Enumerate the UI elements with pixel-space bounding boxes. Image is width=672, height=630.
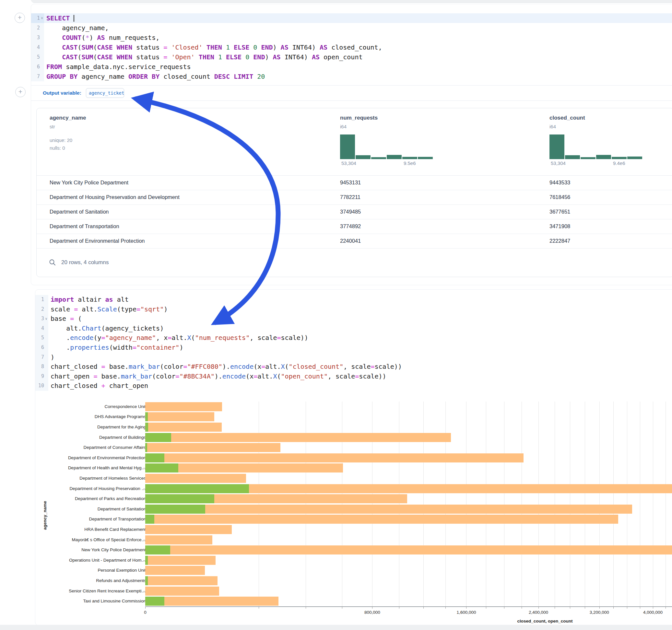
code-text: GROUP BY agency_name ORDER BY closed_cou… (44, 72, 265, 81)
x-axis-tick (627, 607, 627, 609)
code-line[interactable]: 5 CAST(SUM(CASE WHEN status = 'Open' THE… (31, 52, 672, 62)
grid-line (627, 402, 627, 606)
bar-open-count (145, 576, 148, 585)
x-axis-label: 800,000 (364, 610, 380, 615)
code-text: CAST(SUM(CASE WHEN status = 'Closed' THE… (44, 43, 382, 52)
search-icon[interactable] (49, 259, 56, 266)
y-axis-label: New York City Police Department (81, 547, 146, 552)
x-axis-tick (446, 607, 446, 609)
table-cell: Department of Housing Preservation and D… (50, 190, 179, 204)
code-text: alt.Chart(agency_tickets) (48, 324, 164, 334)
fold-chevron-icon[interactable]: ∨ (44, 314, 48, 324)
table-row: Department of Transportation377489234719… (37, 219, 672, 234)
table-row: New York City Police Department945313194… (37, 175, 672, 190)
grid-line (585, 402, 585, 606)
code-line[interactable]: 9chart_open = base.mark_bar(color="#8BC3… (35, 372, 672, 382)
table-row: Department of Environmental Protection22… (37, 234, 672, 248)
grid-line (653, 402, 653, 606)
bar-open-count (145, 412, 148, 421)
bar-closed-count (145, 576, 217, 585)
bar-open-count (145, 443, 147, 452)
y-axis-label: Personal Exemption Unit (98, 568, 146, 573)
code-line[interactable]: 7) (35, 353, 672, 362)
grid-line (613, 402, 614, 606)
y-axis-label: Department of Environmental Protection (68, 455, 146, 460)
column-header-agency_name[interactable]: agency_namestrunique: 20nulls: 0 (50, 108, 86, 152)
python-editor[interactable]: 1import altair as alt2scale = alt.Scale(… (35, 295, 672, 391)
y-axis-label: Department of Consumer Affairs (83, 445, 146, 450)
grid-line (423, 402, 424, 606)
x-axis-tick (145, 607, 146, 609)
y-axis-label: DHS Advantage Programs (95, 414, 146, 419)
line-number: 4 (35, 324, 48, 334)
table-header: agency_namestrunique: 20nulls: 0num_requ… (37, 108, 672, 176)
code-line[interactable]: 7GROUP BY agency_name ORDER BY closed_co… (31, 72, 672, 81)
grid-line (306, 402, 306, 606)
bar-closed-count (145, 402, 222, 411)
line-number: 2 (35, 305, 48, 314)
bar-closed-count (145, 505, 632, 514)
fold-chevron-icon[interactable]: ∨ (40, 13, 44, 23)
code-line[interactable]: 4 CAST(SUM(CASE WHEN status = 'Closed' T… (31, 43, 672, 52)
code-line[interactable]: 6FROM sample_data.nyc.service_requests (31, 62, 672, 72)
code-line[interactable]: 2 agency_name, (31, 23, 672, 33)
bar-closed-count (145, 443, 281, 452)
line-number: 7 (35, 353, 48, 362)
grid-line (504, 402, 504, 606)
code-line[interactable]: 6 .properties(width="container") (35, 343, 672, 353)
line-number: 5 (35, 333, 48, 343)
x-axis-tick (570, 607, 570, 609)
result-table: agency_namestrunique: 20nulls: 0num_requ… (36, 108, 672, 277)
add-cell-button-output[interactable]: + (15, 87, 26, 97)
line-number: 9 (35, 372, 48, 382)
output-variable-pill[interactable]: agency_tickets (86, 88, 124, 98)
x-axis-tick (599, 607, 600, 609)
table-cell: 9443533 (549, 175, 570, 190)
table-row: Department of Sanitation37494853677651 (37, 204, 672, 219)
x-axis-tick (538, 607, 539, 609)
add-cell-button-top[interactable]: + (15, 13, 25, 23)
x-axis-tick (372, 607, 373, 609)
grid-line (259, 402, 259, 606)
code-line[interactable]: 3∨base = ( (35, 314, 672, 324)
bar-closed-count (145, 546, 672, 555)
code-text: FROM sample_data.nyc.service_requests (44, 62, 191, 72)
x-axis-tick (342, 607, 342, 609)
bar-closed-count (145, 556, 216, 565)
bar-closed-count (145, 453, 524, 462)
grid-line (372, 402, 373, 606)
bar-open-count (145, 433, 171, 442)
code-line[interactable]: 1∨SELECT (31, 13, 672, 23)
x-axis-tick (259, 607, 259, 609)
y-axis-label: Mayorâ€ s Office of Special Enforce… (72, 537, 146, 542)
code-line[interactable]: 5 .encode(y="agency_name", x=alt.X("num_… (35, 333, 672, 343)
table-footer-text: 20 rows, 4 columns (61, 259, 109, 266)
x-axis-tick (640, 607, 640, 609)
y-axis-label: Department of Transportation (89, 516, 146, 522)
bar-closed-count (145, 433, 451, 442)
code-line[interactable]: 1import altair as alt (35, 295, 672, 305)
column-header-num_requests[interactable]: num_requestsi6453,3049.5e6 (340, 108, 434, 166)
x-axis-tick (504, 607, 504, 609)
code-line[interactable]: 8chart_closed = base.mark_bar(color="#FF… (35, 362, 672, 372)
bar-open-count (145, 515, 154, 524)
code-text: import altair as alt (48, 295, 129, 305)
code-text: .encode(y="agency_name", x=alt.X("num_re… (48, 333, 308, 343)
y-axis-label: Refunds and Adjustments (96, 578, 146, 583)
y-axis-label: Senior Citizen Rent Increase Exempti… (69, 588, 146, 593)
column-header-closed_count[interactable]: closed_counti6453,3049.4e6 (549, 108, 644, 166)
code-line[interactable]: 10chart_closed + chart_open (35, 381, 672, 391)
grid-line (599, 402, 600, 606)
code-line[interactable]: 3 COUNT(*) AS num_requests, (31, 33, 672, 43)
code-text: chart_open = base.mark_bar(color="#8BC34… (48, 372, 386, 382)
table-cell: 9453131 (340, 175, 361, 190)
sql-editor[interactable]: 1∨SELECT 2 agency_name,3 COUNT(*) AS num… (31, 13, 672, 81)
code-line[interactable]: 4 alt.Chart(agency_tickets) (35, 324, 672, 334)
grid-line (466, 402, 466, 606)
notebook-page: + + 1∨SELECT 2 agency_name,3 COUNT(*) AS… (0, 0, 672, 630)
grid-line (570, 402, 570, 606)
bar-closed-count (145, 597, 279, 606)
line-number: 6 (31, 62, 44, 72)
code-line[interactable]: 2scale = alt.Scale(type="sqrt") (35, 305, 672, 314)
python-cell: 1import altair as alt2scale = alt.Scale(… (35, 289, 672, 626)
